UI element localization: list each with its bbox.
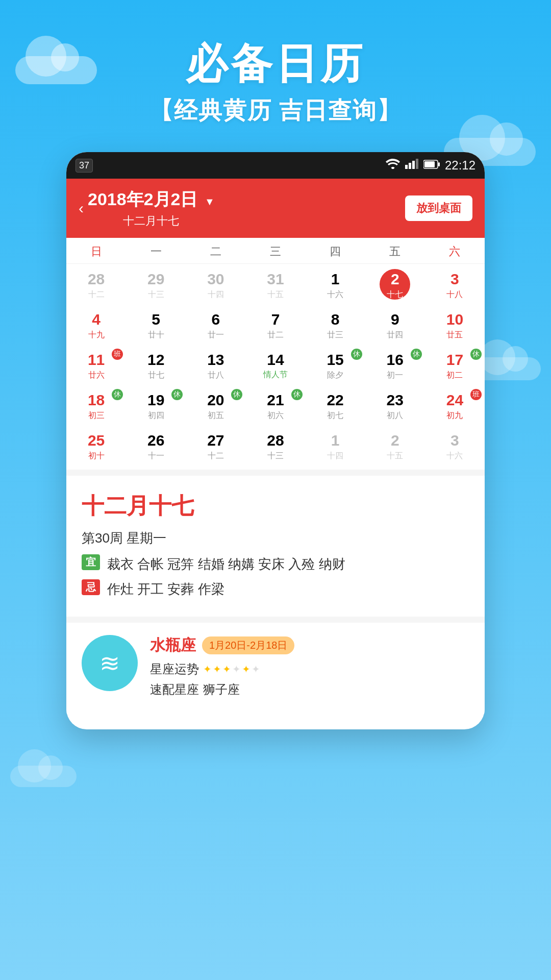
day-lunar: 廿八 — [188, 370, 243, 381]
cal-day-35[interactable]: 3十六 — [425, 427, 485, 468]
day-lunar: 除夕 — [308, 370, 363, 381]
cal-day-25[interactable]: 休21初六 — [245, 387, 305, 427]
cloud-4 — [10, 766, 77, 787]
status-time: 22:12 — [445, 158, 475, 173]
day-lunar: 廿十 — [128, 330, 184, 340]
day-lunar: 初五 — [188, 410, 243, 421]
cal-day-32[interactable]: 28十三 — [245, 427, 305, 468]
day-lunar: 廿五 — [427, 330, 483, 340]
put-to-desk-button[interactable]: 放到桌面 — [405, 195, 472, 221]
day-number: 12 — [128, 351, 184, 369]
day-lunar: 十七 — [367, 289, 423, 300]
day-lunar: 十三 — [128, 289, 184, 300]
ji-badge: 忌 — [82, 579, 100, 595]
cal-day-17[interactable]: 13廿八 — [186, 347, 245, 387]
day-lunar: 十六 — [427, 451, 483, 461]
holiday-tag: 休 — [411, 349, 422, 360]
day-lunar: 廿六 — [68, 370, 124, 381]
day-lunar: 初六 — [247, 410, 303, 421]
zodiac-icon: ≋ — [82, 635, 138, 691]
weekday-tue: 二 — [186, 244, 245, 259]
cal-day-33[interactable]: 1十四 — [306, 427, 365, 468]
day-lunar: 十四 — [188, 289, 243, 300]
cal-day-16[interactable]: 12廿七 — [126, 347, 186, 387]
day-lunar: 十五 — [247, 289, 303, 300]
cal-day-5[interactable]: 1十六 — [306, 266, 365, 306]
day-number: 7 — [247, 310, 303, 329]
day-number: 14 — [247, 351, 303, 369]
day-number: 23 — [367, 391, 423, 409]
match-zodiac: 狮子座 — [203, 681, 240, 698]
day-lunar: 初二 — [427, 370, 483, 381]
day-number: 5 — [128, 310, 184, 329]
cal-day-28[interactable]: 班24初九 — [425, 387, 485, 427]
status-bar: 37 — [66, 152, 485, 179]
yi-row: 宜 裁衣 合帐 冠笄 结婚 纳媾 安床 入殓 纳财 — [82, 554, 469, 574]
cal-day-23[interactable]: 休19初四 — [126, 387, 186, 427]
cal-day-2[interactable]: 29十三 — [126, 266, 186, 306]
day-number: 8 — [308, 310, 363, 329]
day-lunar: 初九 — [427, 410, 483, 421]
cal-day-14[interactable]: 10廿五 — [425, 306, 485, 347]
day-lunar: 廿三 — [308, 330, 363, 340]
day-event: 情人节 — [247, 370, 303, 380]
star-3: ✦ — [222, 663, 231, 675]
cal-day-27[interactable]: 23初八 — [365, 387, 425, 427]
day-lunar: 初七 — [308, 410, 363, 421]
day-lunar: 十九 — [68, 330, 124, 340]
svg-rect-0 — [405, 165, 408, 169]
hero-subtitle: 【经典黄历 吉日查询】 — [0, 95, 551, 127]
dropdown-arrow[interactable]: ▼ — [205, 196, 215, 207]
cal-day-21[interactable]: 休17初二 — [425, 347, 485, 387]
prev-month-button[interactable]: ‹ — [79, 200, 84, 217]
day-lunar: 廿二 — [247, 330, 303, 340]
cal-day-24[interactable]: 休20初五 — [186, 387, 245, 427]
notification-badge: 37 — [76, 159, 93, 173]
day-number: 10 — [427, 310, 483, 329]
cal-day-6[interactable]: 2十七 — [365, 266, 425, 306]
cal-day-13[interactable]: 9廿四 — [365, 306, 425, 347]
cal-day-19[interactable]: 休15除夕 — [306, 347, 365, 387]
cal-day-15[interactable]: 班11廿六 — [66, 347, 126, 387]
cal-day-29[interactable]: 25初十 — [66, 427, 126, 468]
aquarius-icon: ≋ — [99, 649, 120, 677]
cal-day-9[interactable]: 5廿十 — [126, 306, 186, 347]
day-lunar: 初四 — [128, 410, 184, 421]
svg-rect-2 — [412, 161, 415, 169]
day-number: 27 — [188, 431, 243, 450]
lunar-date: 十二月十七 — [88, 213, 215, 229]
day-number: 28 — [68, 270, 124, 288]
status-bar-right: 22:12 — [386, 158, 475, 173]
cal-day-12[interactable]: 8廿三 — [306, 306, 365, 347]
day-lunar: 十五 — [367, 451, 423, 461]
phone-mockup: 37 — [66, 152, 485, 729]
cal-day-10[interactable]: 6廿一 — [186, 306, 245, 347]
cal-day-11[interactable]: 7廿二 — [245, 306, 305, 347]
day-number: 30 — [188, 270, 243, 288]
cal-day-1[interactable]: 28十二 — [66, 266, 126, 306]
day-lunar: 初十 — [68, 451, 124, 461]
cal-day-18[interactable]: 14情人节 — [245, 347, 305, 387]
day-lunar: 十六 — [308, 289, 363, 300]
cal-day-22[interactable]: 休18初三 — [66, 387, 126, 427]
day-number: 4 — [68, 310, 124, 329]
zodiac-trend-row: 星座运势 ✦ ✦ ✦ ✦ ✦ ✦ — [150, 661, 469, 677]
cal-day-7[interactable]: 3十八 — [425, 266, 485, 306]
day-number: 26 — [128, 431, 184, 450]
cal-day-31[interactable]: 27十二 — [186, 427, 245, 468]
cal-day-30[interactable]: 26十一 — [126, 427, 186, 468]
holiday-tag: 休 — [291, 389, 303, 400]
cal-day-26[interactable]: 22初七 — [306, 387, 365, 427]
cal-day-4[interactable]: 31十五 — [245, 266, 305, 306]
day-number: 3 — [427, 270, 483, 288]
cal-day-3[interactable]: 30十四 — [186, 266, 245, 306]
cal-day-8[interactable]: 4十九 — [66, 306, 126, 347]
svg-rect-3 — [416, 159, 418, 169]
cal-day-20[interactable]: 休16初一 — [365, 347, 425, 387]
cal-day-34[interactable]: 2十五 — [365, 427, 425, 468]
day-number: 31 — [247, 270, 303, 288]
wifi-icon — [386, 159, 400, 172]
day-lunar: 初三 — [68, 410, 124, 421]
battery-icon — [423, 159, 440, 172]
day-number: 13 — [188, 351, 243, 369]
